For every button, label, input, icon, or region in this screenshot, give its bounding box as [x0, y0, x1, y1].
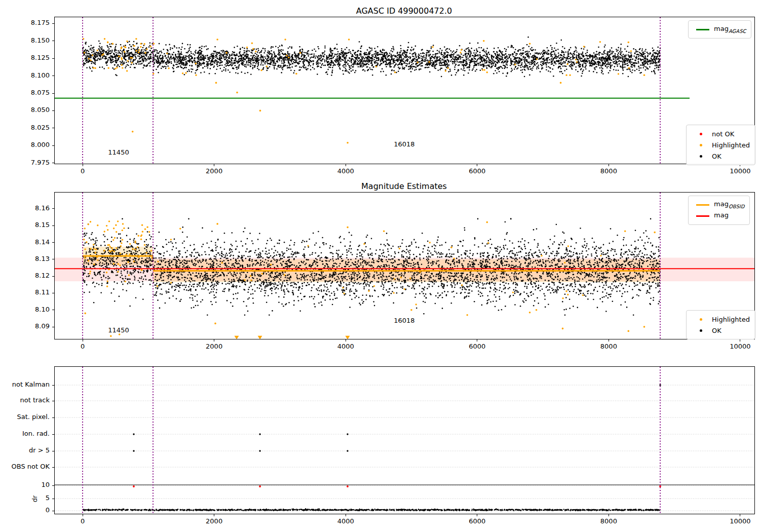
dr-axis-label: dr [31, 496, 39, 503]
x-tick-label: 10000 [720, 343, 760, 350]
flag-row-label: not Kalman [0, 381, 50, 388]
x-tick [609, 339, 609, 341]
y-tick-label: 8.025 [14, 124, 50, 131]
y-tick-label: 8.11 [14, 288, 50, 296]
y-tick-label: 8.050 [14, 106, 50, 113]
legend-item-mag: mag [694, 210, 744, 221]
y-tick [52, 110, 54, 111]
y-tick [52, 259, 54, 259]
ion-rad-flags [133, 433, 348, 435]
x-tick-label: 6000 [457, 167, 498, 175]
flag-row-label: Sat. pixel. [0, 413, 50, 421]
legend-item-mag-obsid: magOBSID [694, 199, 744, 210]
y-tick-label: 7.975 [14, 159, 50, 166]
y-tick-label: 8.14 [14, 238, 50, 246]
x-tick-label: 4000 [325, 517, 366, 525]
x-tick-label: 2000 [194, 517, 235, 525]
y-tick [52, 75, 54, 76]
legend-item-highlighted: Highlighted [692, 314, 750, 325]
y-tick [52, 434, 54, 435]
x-tick [346, 514, 346, 516]
black-dot-icon [692, 155, 710, 158]
y-tick-label: 8.150 [14, 36, 50, 44]
not-kalman-flags [659, 384, 661, 386]
legend-label: Highlighted [710, 316, 750, 323]
y-tick [52, 58, 54, 59]
y-tick-label: 8.09 [14, 322, 50, 330]
y-tick [52, 128, 54, 128]
legend-label: OK [710, 153, 721, 160]
top-plot-title: AGASC ID 499000472.0 [54, 6, 754, 16]
y-tick-label: 8.075 [14, 89, 50, 96]
flag-row-label: dr > 5 [0, 446, 50, 454]
x-tick [477, 514, 477, 516]
y-tick [52, 310, 54, 310]
y-tick [52, 225, 54, 226]
x-tick-label: 0 [62, 167, 103, 175]
x-tick [214, 164, 214, 166]
obsid-annotation: 16018 [382, 317, 427, 324]
legend-label: mag [714, 25, 729, 32]
x-tick-label: 0 [62, 517, 103, 525]
legend-label: Highlighted [710, 141, 750, 149]
obsid-annotation: 16018 [382, 140, 427, 148]
y-tick-label: 8.16 [14, 204, 50, 212]
y-tick-label: 8.10 [14, 306, 50, 313]
y-tick-label: 8.12 [14, 272, 50, 279]
y-tick [52, 93, 54, 94]
y-tick [52, 242, 54, 243]
flag-row-label: Ion. rad. [0, 430, 50, 437]
black-dot-icon [692, 329, 710, 332]
orange-line-icon [694, 204, 712, 206]
legend-label: mag [714, 211, 729, 219]
y-tick [52, 467, 54, 468]
orange-dot-icon [692, 318, 710, 321]
y-tick-label: 8.15 [14, 221, 50, 229]
dr-tick-label: 5 [0, 494, 50, 502]
x-tick-label: 8000 [588, 343, 629, 350]
y-tick [52, 145, 54, 146]
x-tick [477, 339, 477, 341]
x-tick [609, 514, 609, 516]
x-tick [214, 514, 214, 516]
dr-tick-label: 10 [0, 481, 50, 488]
x-tick-label: 8000 [588, 517, 629, 525]
y-tick-label: 8.100 [14, 71, 50, 79]
y-tick-label: 8.175 [14, 19, 50, 26]
x-tick-label: 8000 [588, 167, 629, 175]
flags-axes: 0200040006000800010000not Kalmannot trac… [54, 366, 755, 514]
obsid-annotation: 11450 [96, 148, 141, 156]
x-tick [214, 339, 214, 341]
legend-mid-lines: magOBSID mag [688, 196, 750, 225]
y-tick [52, 511, 54, 511]
clip-triangle-icon [235, 336, 239, 339]
y-tick [52, 417, 54, 418]
legend-item-not-ok: not OK [692, 128, 750, 139]
x-tick [477, 164, 477, 166]
red-dot-icon [692, 133, 710, 135]
flag-row-label: not track [0, 396, 50, 404]
x-tick-label: 2000 [194, 343, 235, 350]
x-tick-label: 6000 [457, 343, 498, 350]
x-tick [346, 164, 346, 166]
clip-triangle-icon [345, 336, 350, 339]
legend-item-mag-agasc: magAGASC [694, 24, 746, 35]
y-tick [52, 276, 54, 277]
green-line-icon [694, 29, 712, 30]
y-tick [52, 327, 54, 327]
dr-gt5-flags [133, 450, 348, 451]
y-tick-label: 8.13 [14, 255, 50, 262]
x-tick-label: 4000 [325, 343, 366, 350]
clip-triangle-icon [258, 336, 262, 339]
x-tick [740, 339, 740, 341]
y-tick [52, 208, 54, 209]
legend-item-highlighted: Highlighted [692, 139, 750, 150]
orange-dot-icon [692, 144, 710, 146]
middle-axes: 02000400060008000100008.168.158.148.138.… [54, 192, 755, 339]
legend-mid-points: Highlighted OK [686, 310, 755, 339]
y-tick [52, 385, 54, 386]
x-tick [83, 339, 83, 341]
dr-tick-label: 0 [0, 506, 50, 514]
y-tick [52, 499, 54, 499]
ok-points [82, 36, 661, 77]
